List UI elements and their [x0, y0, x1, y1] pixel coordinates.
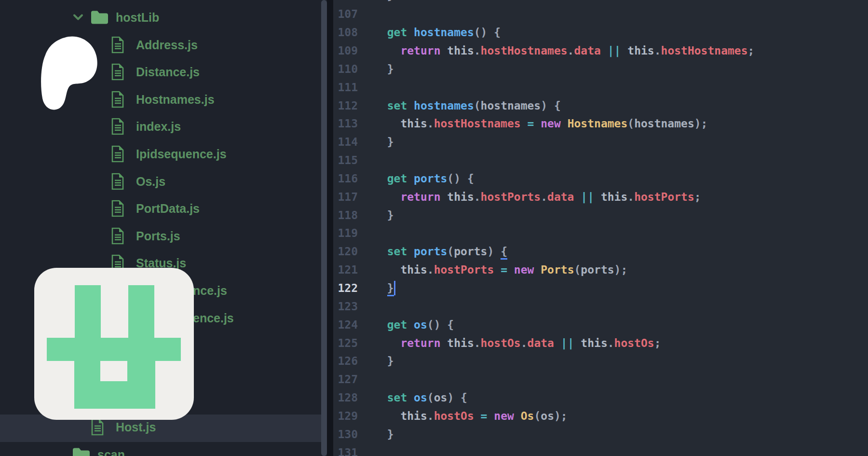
line-number[interactable]: 117: [333, 188, 358, 207]
code-token: Hostnames: [568, 117, 628, 130]
line-number[interactable]: 119: [333, 224, 358, 243]
code-line-text: }: [374, 133, 394, 152]
code-token: get: [387, 318, 407, 331]
line-number[interactable]: 113: [333, 115, 358, 133]
code-token: );: [694, 117, 708, 130]
line-number[interactable]: 123: [333, 298, 358, 316]
code-line-text: this.hostPorts = new Ports(ports);: [374, 261, 627, 279]
tree-row[interactable]: hostLib: [0, 5, 328, 32]
code-line[interactable]: 120 set ports(ports) {: [333, 243, 868, 261]
code-line-text: return this.hostHostnames.data || this.h…: [374, 42, 754, 60]
line-number[interactable]: 121: [333, 261, 358, 279]
code-line-text: set hostnames(hostnames) {: [374, 97, 561, 115]
code-token: [561, 117, 568, 130]
code-token: hostPorts: [481, 191, 541, 203]
code-line[interactable]: 131: [333, 444, 868, 456]
line-number[interactable]: 130: [333, 426, 358, 444]
line-number[interactable]: 120: [333, 243, 358, 261]
code-line[interactable]: 122 }: [333, 279, 868, 298]
tree-row[interactable]: Ipidsequence.js: [0, 141, 328, 169]
code-editor-pane[interactable]: }107108 get hostnames() {109 return this…: [333, 0, 868, 456]
code-line[interactable]: 117 return this.hostPorts.data || this.h…: [333, 188, 868, 207]
code-token: this: [400, 263, 427, 276]
code-token: (: [534, 410, 541, 422]
tree-row[interactable]: Ports.js: [0, 223, 328, 250]
code-token: [374, 318, 387, 331]
code-line[interactable]: 125 return this.hostOs.data || this.host…: [333, 334, 868, 353]
code-token: [374, 263, 400, 276]
code-token: ports: [454, 245, 487, 258]
line-number[interactable]: 115: [333, 152, 358, 170]
code-line[interactable]: 123: [333, 298, 868, 316]
line-number[interactable]: 110: [333, 60, 358, 79]
line-number[interactable]: 108: [333, 24, 358, 42]
code-token: ;: [748, 44, 755, 57]
pixel-logo-bar-right: [128, 285, 154, 339]
code-line[interactable]: 119: [333, 224, 868, 243]
tree-row[interactable]: scan: [0, 442, 328, 456]
code-token: }: [387, 282, 394, 296]
code-token: [534, 263, 541, 276]
code-line[interactable]: 111: [333, 79, 868, 97]
code-line[interactable]: 114 }: [333, 133, 868, 152]
tree-row[interactable]: PortData.js: [0, 196, 328, 223]
code-line[interactable]: 115: [333, 152, 868, 170]
tree-item-label: scan: [97, 448, 125, 456]
line-number[interactable]: 118: [333, 207, 358, 225]
code-line[interactable]: 118 }: [333, 207, 868, 225]
code-token: ports: [581, 263, 614, 276]
tree-row[interactable]: Os.js: [0, 168, 328, 196]
line-number[interactable]: 128: [333, 389, 358, 407]
line-number[interactable]: 111: [333, 79, 358, 97]
line-number[interactable]: 114: [333, 133, 358, 152]
code-token: hostnames: [634, 117, 694, 130]
line-number[interactable]: 112: [333, 97, 358, 115]
code-token: (: [474, 99, 481, 112]
code-token: .: [474, 191, 481, 203]
code-line[interactable]: 126 }: [333, 352, 868, 371]
file-icon: [91, 419, 104, 438]
line-number[interactable]: 116: [333, 170, 358, 188]
code-token: [621, 44, 627, 57]
code-line[interactable]: 108 get hostnames() {: [333, 24, 868, 42]
patreon-logo-icon: [40, 36, 101, 112]
code-token: }: [374, 428, 394, 441]
code-token: [374, 410, 400, 422]
code-token: .: [627, 191, 634, 203]
line-number[interactable]: 131: [333, 444, 358, 456]
code-line[interactable]: 130 }: [333, 426, 868, 444]
line-number[interactable]: 125: [333, 334, 358, 353]
code-line[interactable]: 128 set os(os) {: [333, 389, 868, 407]
code-line-text: }: [374, 426, 394, 444]
code-line[interactable]: 107: [333, 5, 868, 24]
code-line[interactable]: 121 this.hostPorts = new Ports(ports);: [333, 261, 868, 279]
line-number[interactable]: 129: [333, 407, 358, 426]
code-token: [474, 410, 481, 422]
code-line[interactable]: 112 set hostnames(hostnames) {: [333, 97, 868, 115]
code-line[interactable]: 124 get os() {: [333, 316, 868, 334]
line-number[interactable]: 109: [333, 42, 358, 60]
code-line[interactable]: 127: [333, 371, 868, 389]
code-line[interactable]: 113 this.hostHostnames = new Hostnames(h…: [333, 115, 868, 133]
code-line[interactable]: 110 }: [333, 60, 868, 79]
code-token: [594, 191, 601, 203]
code-line[interactable]: 129 this.hostOs = new Os(os);: [333, 407, 868, 426]
line-number[interactable]: 127: [333, 371, 358, 389]
pane-divider[interactable]: [327, 0, 333, 456]
line-number[interactable]: 126: [333, 352, 358, 371]
code-line[interactable]: 109 return this.hostHostnames.data || th…: [333, 42, 868, 60]
code-token: =: [481, 410, 488, 422]
code-token: set: [387, 391, 407, 404]
tree-row[interactable]: index.js: [0, 114, 328, 141]
code-line[interactable]: }: [333, 0, 868, 5]
code-token: new: [541, 117, 561, 130]
code-token: }: [374, 209, 394, 221]
line-number[interactable]: 122: [333, 279, 358, 298]
chevron-down-icon[interactable]: [73, 14, 83, 23]
sidebar-scrollbar[interactable]: [321, 0, 327, 456]
code-line-text: return this.hostOs.data || this.hostOs;: [374, 334, 661, 353]
code-token: this: [601, 191, 627, 203]
line-number[interactable]: 107: [333, 5, 358, 24]
line-number[interactable]: 124: [333, 316, 358, 334]
code-line[interactable]: 116 get ports() {: [333, 170, 868, 188]
